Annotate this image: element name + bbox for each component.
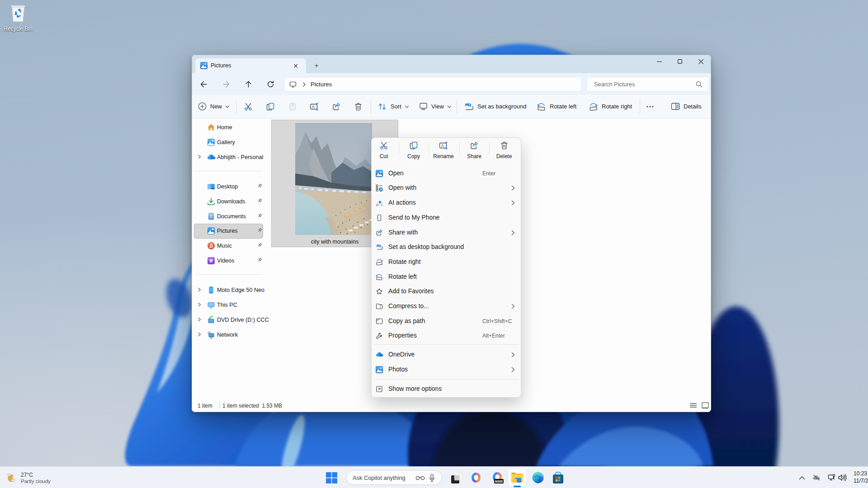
svg-text:A: A (312, 104, 315, 109)
svg-text:A: A (441, 143, 444, 148)
svg-text:M365: M365 (495, 480, 503, 483)
